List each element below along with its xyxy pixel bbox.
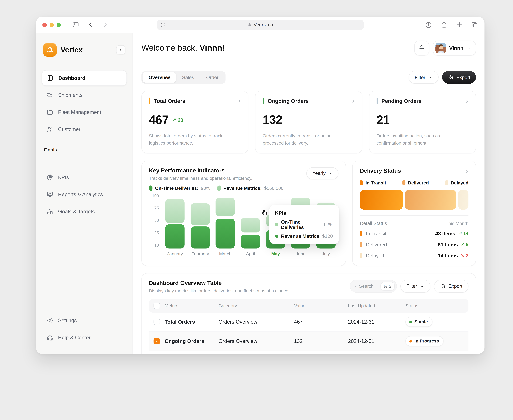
delivery-status-panel: Delivery Status › In TransitDeliveredDel… xyxy=(352,160,476,266)
brand-name: Vertex xyxy=(61,45,83,54)
table-filter-button[interactable]: Filter xyxy=(400,280,430,292)
revenue-bar[interactable] xyxy=(165,225,185,248)
column-header-value[interactable]: Value xyxy=(294,303,348,308)
bar-group-march[interactable] xyxy=(213,196,238,248)
delivery-segment-delivered[interactable] xyxy=(405,190,456,210)
card-ongoing-orders: Ongoing Orders › 132 Orders currently in… xyxy=(255,91,362,153)
overview-table-panel: Dashboard Overview Table Displays key me… xyxy=(141,273,476,354)
card-accent-bar xyxy=(376,98,378,104)
cell-category: Orders Overview xyxy=(219,338,294,344)
cell-last-updated: 2024-12-31 xyxy=(348,319,406,325)
chevron-right-icon[interactable]: › xyxy=(238,97,241,104)
column-header-category[interactable]: Category xyxy=(219,303,294,308)
revenue-bar[interactable] xyxy=(191,226,210,248)
filter-button[interactable]: Filter xyxy=(409,71,439,84)
row-checkbox[interactable] xyxy=(153,319,160,325)
new-tab-icon[interactable] xyxy=(456,21,463,28)
table-row-pending-orders[interactable]: Pending Orders Orders Overview 21 2024-1… xyxy=(149,351,468,354)
revenue-bar[interactable] xyxy=(241,234,260,248)
sidebar-nav: Dashboard Shipments Fleet Management Cus… xyxy=(42,70,127,137)
chevron-down-icon xyxy=(329,171,332,175)
card-trend: ↗ 20 xyxy=(172,117,183,123)
sidebar-collapse-button[interactable] xyxy=(116,45,125,54)
sidebar-item-settings[interactable]: Settings xyxy=(42,313,127,328)
notifications-button[interactable] xyxy=(414,40,429,55)
lock-icon xyxy=(248,22,252,27)
tooltip-dot xyxy=(275,234,278,238)
address-bar[interactable]: Vertex.co xyxy=(157,20,364,30)
ontime-bar[interactable] xyxy=(216,198,235,216)
export-button[interactable]: Export xyxy=(442,71,476,84)
tab-order[interactable]: Order xyxy=(200,72,225,82)
tooltip-title: KPIs xyxy=(275,210,333,216)
ontime-bar[interactable] xyxy=(191,203,210,225)
downloads-icon[interactable] xyxy=(425,21,432,28)
bar-group-january[interactable] xyxy=(162,196,188,248)
page-header: Welcome back, Vinnn! Vinnn xyxy=(133,33,484,63)
tabs-row: OverviewSalesOrder Filter Export xyxy=(141,71,476,84)
table-row-total-orders[interactable]: Total Orders Orders Overview 467 2024-12… xyxy=(149,312,468,332)
card-pending-orders: Pending Orders › 21 Orders awaiting acti… xyxy=(369,91,476,153)
user-menu[interactable]: Vinnn xyxy=(433,40,476,55)
sidebar-footer-nav: Settings Help & Center xyxy=(42,313,127,345)
ontime-bar[interactable] xyxy=(241,218,260,232)
sidebar-goals-nav: KPIs Reports & Analytics Goals & Targets xyxy=(42,170,127,219)
sidebar-item-kpis[interactable]: KPIs xyxy=(42,170,127,185)
y-tick-label: 100 xyxy=(152,194,159,198)
card-description: Orders currently in transit or being pro… xyxy=(263,133,347,147)
row-checkbox[interactable]: ✓ xyxy=(153,338,160,345)
legend-swatch xyxy=(445,180,448,185)
chevron-right-icon[interactable]: › xyxy=(466,167,468,174)
chevron-down-icon xyxy=(420,284,424,288)
tab-sales[interactable]: Sales xyxy=(176,72,200,82)
table-export-button[interactable]: Export xyxy=(434,280,468,292)
column-header-last-updated[interactable]: Last Updated xyxy=(348,303,406,308)
sidebar-item-dashboard[interactable]: Dashboard xyxy=(42,70,127,86)
y-tick-label: 10 xyxy=(154,243,159,248)
table-body: Total Orders Orders Overview 467 2024-12… xyxy=(149,312,468,354)
revenue-bar[interactable] xyxy=(216,218,235,248)
new-tab-circle-icon[interactable] xyxy=(160,22,166,28)
column-header-metric[interactable]: Metric xyxy=(165,303,219,308)
table-search[interactable]: ⌘ S xyxy=(350,280,397,292)
sidebar: Vertex Dashboard Shipments Fleet Managem… xyxy=(36,33,133,354)
ontime-bar[interactable] xyxy=(165,199,185,223)
chevron-right-icon[interactable]: › xyxy=(352,97,355,104)
tab-overview-icon[interactable] xyxy=(471,21,478,28)
x-label-may: May xyxy=(263,251,288,256)
table-row-ongoing-orders[interactable]: ✓ Ongoing Orders Orders Overview 132 202… xyxy=(149,332,468,351)
bar-group-april[interactable] xyxy=(238,196,263,248)
sidebar-item-fleet[interactable]: Fleet Management xyxy=(42,104,127,120)
chevron-right-icon[interactable]: › xyxy=(466,97,468,104)
search-input[interactable] xyxy=(359,283,378,289)
period-select[interactable]: Yearly xyxy=(306,167,338,179)
zoom-window-button[interactable] xyxy=(57,22,61,27)
sidebar-item-label: Settings xyxy=(58,318,77,323)
close-window-button[interactable] xyxy=(42,22,47,27)
sidebar-toggle-icon[interactable] xyxy=(72,21,79,28)
search-icon xyxy=(355,284,356,289)
forward-icon[interactable] xyxy=(102,22,108,28)
sidebar-item-shipments[interactable]: Shipments xyxy=(42,87,127,103)
select-all-checkbox[interactable] xyxy=(153,302,160,309)
column-header-status[interactable]: Status xyxy=(406,303,468,308)
card-title: Pending Orders xyxy=(382,98,421,104)
bar-group-february[interactable] xyxy=(188,196,213,248)
delivery-segment-in-transit[interactable] xyxy=(360,190,403,210)
table-header-row: MetricCategoryValueLast UpdatedStatus xyxy=(149,299,468,312)
presentation-icon xyxy=(46,191,53,198)
sidebar-item-help[interactable]: Help & Center xyxy=(42,330,127,345)
headset-icon xyxy=(46,334,53,341)
minimize-window-button[interactable] xyxy=(50,22,54,27)
sidebar-item-customer[interactable]: Customer xyxy=(42,121,127,137)
sidebar-section-goals: Goals xyxy=(44,147,125,152)
export-icon xyxy=(440,283,446,289)
cell-value: 132 xyxy=(294,338,348,344)
sidebar-item-targets[interactable]: Goals & Targets xyxy=(42,204,127,219)
delivery-segment-delayed[interactable] xyxy=(458,190,468,210)
share-icon[interactable] xyxy=(441,21,447,28)
back-icon[interactable] xyxy=(88,22,94,28)
kpi-title: Key Performance Indicators xyxy=(149,167,252,174)
sidebar-item-reports[interactable]: Reports & Analytics xyxy=(42,187,127,202)
tab-overview[interactable]: Overview xyxy=(143,72,176,82)
